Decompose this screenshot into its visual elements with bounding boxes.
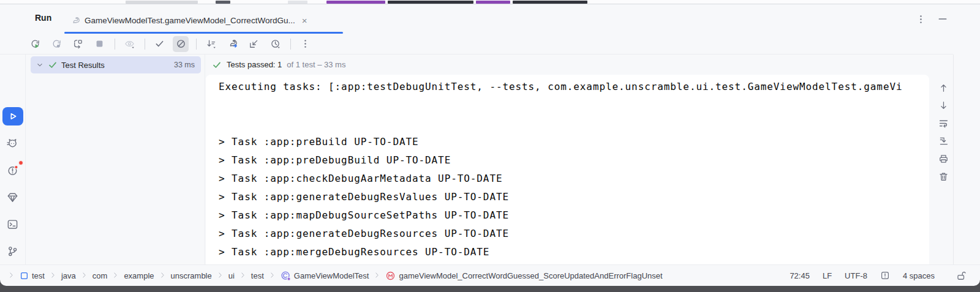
breadcrumb-item[interactable]: example — [124, 271, 154, 280]
test-results-label: Test Results — [61, 61, 174, 70]
breadcrumb-item[interactable]: GameViewModelTest — [281, 271, 369, 281]
console-line: > Task :app:preDebugBuild UP-TO-DATE — [219, 151, 929, 170]
test-results-row[interactable]: Test Results 33 ms — [31, 56, 201, 73]
stop-icon — [91, 36, 107, 52]
print-icon[interactable] — [938, 154, 949, 164]
run-tab[interactable]: GameViewModelTest.gameViewModel_CorrectW… — [64, 9, 314, 32]
logcat-icon[interactable] — [2, 134, 23, 152]
sliver-fragment — [126, 1, 198, 4]
breadcrumb-label: test — [251, 271, 264, 280]
console-line: > Task :app:generateDebugResValues UP-TO… — [219, 188, 929, 206]
breadcrumb-item[interactable]: java — [61, 271, 76, 280]
console-line: > Task :app:mergeDebugResources UP-TO-DA… — [219, 243, 929, 261]
test-tree-panel: Test Results 33 ms — [26, 54, 205, 264]
minimize-icon[interactable] — [937, 12, 948, 26]
test-history-icon[interactable] — [267, 36, 283, 52]
show-ignored-icon[interactable] — [173, 36, 189, 52]
test-results-duration: 33 ms — [174, 61, 195, 69]
status-bar: testjavacomexampleunscrambleuitestGameVi… — [0, 264, 980, 286]
breadcrumb-separator-icon — [49, 271, 57, 279]
gradle-run-icon[interactable] — [224, 36, 240, 52]
test-console-output[interactable]: Executing tasks: [:app:testDebugUnitTest… — [206, 75, 929, 264]
method-icon — [385, 271, 396, 281]
sliver-fragment — [288, 1, 307, 4]
chevron-down-icon[interactable] — [36, 61, 44, 69]
breadcrumb-separator-icon — [111, 271, 119, 279]
tests-passed-header: Tests passed: 1 of 1 test – 33 ms — [205, 54, 345, 75]
activity-bar — [0, 54, 26, 264]
soft-wrap-icon[interactable] — [938, 118, 949, 129]
passed-check-icon — [212, 60, 222, 70]
toolbar-divider — [115, 39, 115, 50]
passed-check-icon — [48, 60, 58, 70]
tool-window-title: Run — [35, 13, 51, 23]
breadcrumb-item[interactable]: unscramble — [171, 271, 212, 280]
sliver-fragment — [476, 1, 510, 4]
breadcrumb-item[interactable]: test — [251, 271, 264, 280]
sort-by-duration-icon[interactable] — [203, 36, 219, 52]
rerun-tests-icon[interactable] — [27, 36, 43, 52]
run-toolbar — [0, 34, 953, 54]
scroll-to-end-icon[interactable] — [938, 136, 949, 146]
console-gutter — [933, 54, 953, 264]
run-tool-window: Run GameViewModelTest.gameViewModel_Corr… — [0, 4, 980, 286]
breadcrumb-label: unscramble — [171, 271, 212, 280]
clear-all-icon[interactable] — [938, 171, 949, 182]
console-line: > Task :app:checkDebugAarMetadata UP-TO-… — [219, 170, 929, 188]
run-tab-title: GameViewModelTest.gameViewModel_CorrectW… — [85, 16, 295, 25]
problems-icon[interactable] — [2, 161, 23, 179]
breadcrumb: testjavacomexampleunscrambleuitestGameVi… — [7, 271, 782, 281]
problems-badge — [18, 160, 23, 165]
version-control-icon[interactable] — [2, 242, 23, 260]
breadcrumb-label: ui — [228, 271, 235, 280]
breadcrumb-item[interactable]: test — [20, 271, 45, 280]
tests-passed-detail: of 1 test – 33 ms — [287, 60, 345, 69]
toggle-auto-test-icon[interactable] — [70, 36, 86, 52]
show-passed-icon[interactable] — [151, 36, 167, 52]
run-tool-icon[interactable] — [2, 107, 23, 125]
toolbar-divider — [145, 39, 145, 50]
breadcrumb-separator-icon — [268, 271, 276, 279]
breadcrumb-item[interactable]: ui — [228, 271, 235, 280]
breadcrumb-label: example — [124, 271, 154, 280]
encoding-widget[interactable]: UTF-8 — [845, 271, 867, 280]
panel-right-border — [953, 54, 954, 264]
breadcrumb-label: gameViewModel_CorrectWordGuessed_ScoreUp… — [399, 271, 662, 280]
test-output-panel: Tests passed: 1 of 1 test – 33 ms Execut… — [205, 54, 980, 264]
test-root-icon — [20, 271, 29, 280]
run-content: Test Results 33 ms Tests passed: 1 of 1 … — [0, 54, 980, 264]
terminal-icon[interactable] — [2, 215, 23, 233]
breadcrumb-label: GameViewModelTest — [294, 271, 369, 280]
indent-widget[interactable]: 4 spaces — [903, 271, 935, 280]
caret-position-widget[interactable]: 72:45 — [790, 271, 810, 280]
console-line: > Task :app:generateDebugResources UP-TO… — [219, 225, 929, 243]
close-icon[interactable]: × — [300, 15, 310, 26]
gradle-icon — [70, 16, 80, 26]
breadcrumb-separator-icon — [159, 271, 167, 279]
sliver-fragment — [388, 1, 473, 4]
import-test-results-icon[interactable] — [246, 36, 262, 52]
breadcrumb-separator-icon — [7, 271, 15, 279]
up-arrow-icon[interactable] — [938, 83, 949, 93]
app-quality-insights-icon[interactable] — [2, 188, 23, 206]
breadcrumb-separator-icon — [239, 271, 247, 279]
more-options-icon[interactable] — [297, 36, 313, 52]
editor-sliver — [0, 0, 980, 4]
unlocked-icon[interactable] — [956, 271, 967, 281]
toolbar-divider — [290, 39, 291, 50]
sliver-fragment — [513, 1, 587, 4]
line-ending-widget[interactable]: LF — [823, 271, 832, 280]
breadcrumb-item[interactable]: gameViewModel_CorrectWordGuessed_ScoreUp… — [385, 271, 662, 281]
breadcrumb-label: com — [92, 271, 108, 280]
breadcrumb-separator-icon — [373, 271, 381, 279]
tests-passed-text: Tests passed: 1 — [227, 60, 282, 69]
console-line: > Task :app:mapDebugSourceSetPaths UP-TO… — [219, 206, 929, 225]
breadcrumb-separator-icon — [216, 271, 224, 279]
breadcrumb-label: test — [32, 271, 45, 280]
breadcrumb-item[interactable]: com — [92, 271, 108, 280]
class-icon — [281, 271, 291, 281]
inspections-icon[interactable] — [880, 271, 890, 280]
console-line: Executing tasks: [:app:testDebugUnitTest… — [219, 78, 929, 96]
kebab-menu-icon[interactable] — [916, 12, 926, 26]
down-arrow-icon[interactable] — [938, 100, 949, 111]
